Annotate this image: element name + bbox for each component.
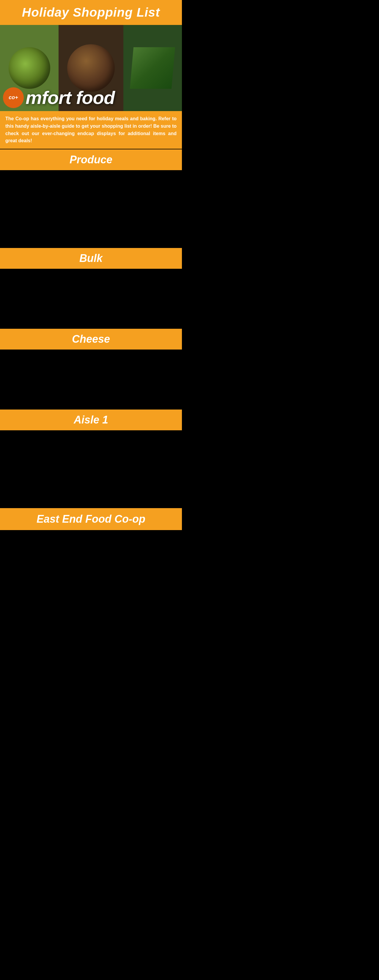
hero-overlay: co+ mfort food	[0, 87, 182, 108]
hero-image: co+ mfort food	[0, 25, 182, 111]
section-content-bulk	[0, 269, 182, 328]
description-block: The Co-op has everything you need for ho…	[0, 111, 182, 149]
coop-logo-text: co+	[9, 94, 18, 101]
comfort-food-text: mfort food	[26, 87, 115, 108]
section-header-produce: Produce	[0, 150, 182, 170]
description-text: The Co-op has everything you need for ho…	[5, 115, 177, 145]
section-content-produce	[0, 170, 182, 247]
page-title: Holiday Shopping List	[6, 5, 176, 20]
page-wrapper: Holiday Shopping List co+ mfort food The…	[0, 0, 182, 530]
section-header-aisle1: Aisle 1	[0, 409, 182, 430]
section-label-aisle1: Aisle 1	[6, 414, 176, 426]
coop-logo: co+	[3, 87, 24, 108]
page-footer: East End Food Co-op	[0, 508, 182, 530]
footer-label: East End Food Co-op	[6, 513, 176, 525]
section-header-bulk: Bulk	[0, 248, 182, 269]
section-label-cheese: Cheese	[6, 333, 176, 345]
section-label-bulk: Bulk	[6, 252, 176, 265]
section-header-cheese: Cheese	[0, 329, 182, 350]
section-content-cheese	[0, 350, 182, 409]
section-content-aisle1	[0, 430, 182, 508]
section-label-produce: Produce	[6, 154, 176, 166]
page-header: Holiday Shopping List	[0, 0, 182, 25]
